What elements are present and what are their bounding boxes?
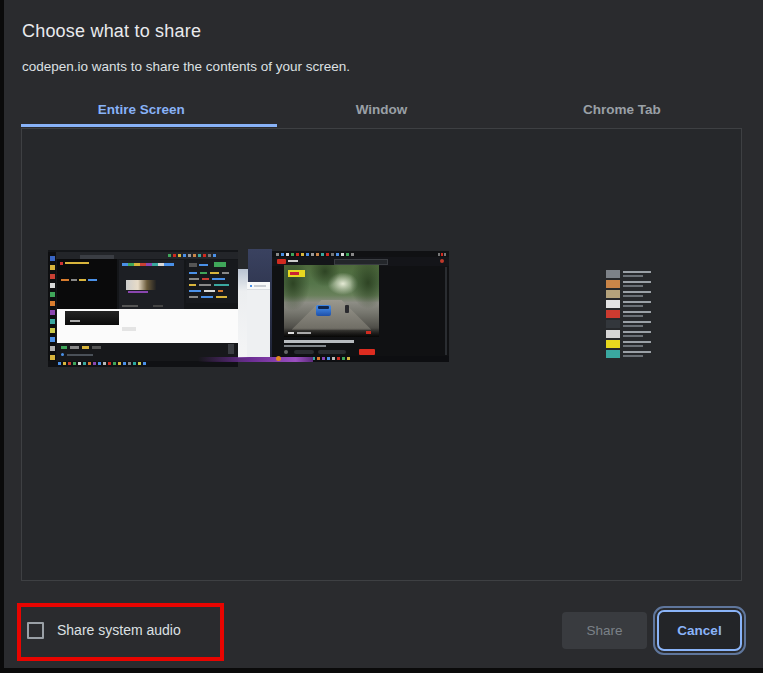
tab-chrome-tab[interactable]: Chrome Tab xyxy=(502,94,742,124)
app-icon xyxy=(346,253,349,256)
app-icon xyxy=(301,253,304,256)
text-dash xyxy=(623,301,651,303)
app-icon xyxy=(78,362,81,365)
text-dash xyxy=(623,271,651,273)
text-dash xyxy=(623,351,651,353)
text-dash xyxy=(189,272,229,274)
tab-window[interactable]: Window xyxy=(261,94,501,124)
app-icon xyxy=(50,265,55,270)
light-window xyxy=(247,282,270,358)
text-dash xyxy=(623,275,643,277)
related-video-item xyxy=(606,299,658,309)
browser-window xyxy=(272,251,449,357)
app-icon xyxy=(50,328,55,333)
app-icon xyxy=(341,253,344,256)
app-icon xyxy=(50,346,55,351)
tree-foliage xyxy=(350,265,379,309)
app-icon xyxy=(276,253,279,256)
tool-panel xyxy=(119,260,184,312)
palette-row xyxy=(122,263,174,266)
screen-share-dialog-screenshot: Choose what to share codepen.io wants to… xyxy=(0,0,763,673)
dialog-subtitle: codepen.io wants to share the contents o… xyxy=(22,59,350,74)
preview-panel xyxy=(21,128,742,581)
video-thumb xyxy=(606,350,620,358)
properties-panel xyxy=(186,260,238,303)
panel-header-text xyxy=(65,262,89,264)
app-icon xyxy=(286,253,289,256)
motorcyclist xyxy=(345,305,349,313)
text-dash xyxy=(189,296,227,298)
app-icon xyxy=(133,362,136,365)
green-button xyxy=(214,262,226,267)
app-icon xyxy=(198,254,201,257)
action-pill xyxy=(294,350,314,354)
text-dash xyxy=(71,279,77,281)
time-text xyxy=(297,332,311,334)
text-dash xyxy=(79,279,86,281)
video-meta-line xyxy=(284,345,326,347)
app-icon xyxy=(332,357,335,360)
related-video-item xyxy=(606,349,658,359)
related-video-item xyxy=(606,279,658,289)
image-preview xyxy=(126,280,156,290)
text-dash xyxy=(623,345,643,347)
app-icon xyxy=(337,357,340,360)
app-icon xyxy=(347,357,350,360)
text-dash xyxy=(61,346,101,349)
app-icon xyxy=(183,254,186,257)
app-icon xyxy=(322,357,325,360)
video-thumb xyxy=(606,270,620,278)
app-icon xyxy=(188,254,191,257)
text-dash xyxy=(623,295,643,297)
video-thumb xyxy=(606,340,620,348)
channel-avatar xyxy=(284,350,288,354)
text-dash xyxy=(288,260,298,262)
app-icon xyxy=(88,362,91,365)
play-icon xyxy=(288,332,294,334)
subscribe-button-mini xyxy=(359,349,375,355)
text-dash xyxy=(88,279,97,281)
app-dock xyxy=(48,252,56,366)
screen-thumbnail[interactable] xyxy=(48,249,449,366)
gray-pill xyxy=(122,327,136,331)
tab-entire-screen[interactable]: Entire Screen xyxy=(21,94,261,124)
text-dash xyxy=(623,355,643,357)
window-titlebar xyxy=(56,252,238,259)
app-icon xyxy=(50,310,55,315)
app-icon xyxy=(50,256,55,261)
app-icon xyxy=(281,253,284,256)
tree-foliage xyxy=(310,265,340,287)
app-icon xyxy=(321,253,324,256)
text-dash xyxy=(61,279,69,281)
text-dash xyxy=(70,320,80,322)
text-dash xyxy=(623,335,643,337)
app-icon xyxy=(93,362,96,365)
app-icon xyxy=(50,337,55,342)
text-dash xyxy=(122,305,138,307)
text-dash xyxy=(623,285,643,287)
video-thumb xyxy=(606,320,620,328)
app-icon xyxy=(208,254,211,257)
share-button[interactable]: Share xyxy=(562,612,647,649)
app-icon xyxy=(63,362,66,365)
avatar xyxy=(440,259,444,263)
cancel-button[interactable]: Cancel xyxy=(657,610,742,651)
video-thumb xyxy=(606,290,620,298)
blue-car xyxy=(316,305,331,316)
app-icon xyxy=(50,301,55,306)
text-dash xyxy=(623,325,643,327)
text-dash xyxy=(623,281,651,283)
text-dash xyxy=(189,290,223,292)
action-pill xyxy=(318,350,346,354)
text-dash xyxy=(254,285,266,287)
text-dash xyxy=(623,305,643,307)
app-icon xyxy=(50,274,55,279)
app-icon xyxy=(178,254,181,257)
app-icon xyxy=(342,357,345,360)
share-audio-checkbox[interactable] xyxy=(27,622,44,639)
app-icon xyxy=(98,362,101,365)
chat-panel xyxy=(57,259,117,309)
car-windshield xyxy=(318,306,329,309)
app-icon xyxy=(58,362,61,365)
document-area xyxy=(57,309,238,343)
